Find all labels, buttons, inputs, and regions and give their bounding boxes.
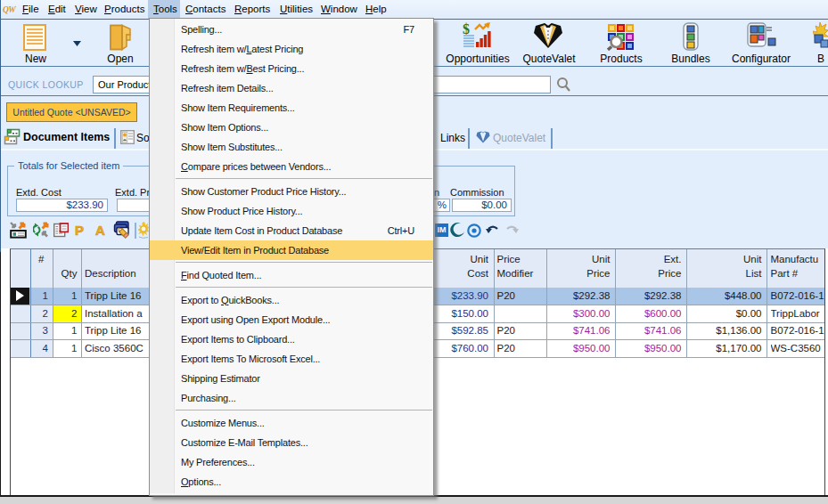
svg-text:$: $ bbox=[463, 22, 470, 37]
